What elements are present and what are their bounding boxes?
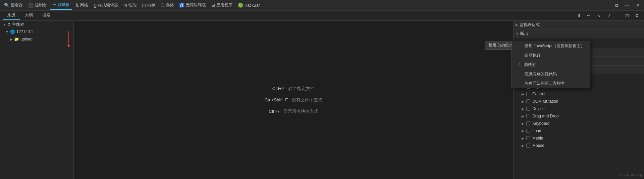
event-type-checkbox[interactable] [526, 121, 530, 125]
shortcut-show-all: Ctrl+/ 显示所有快捷方式 [269, 108, 318, 114]
step-into-btn[interactable]: ↘ [594, 11, 603, 20]
more-button[interactable]: ⋯ [623, 1, 632, 10]
watch-chevron: ▶ [516, 23, 518, 27]
tab-search[interactable]: 搜索 [38, 11, 55, 20]
event-expand-icon: ▶ [522, 144, 524, 148]
menu-disable-js-reload[interactable]: 禁用 JavaScript（需要刷新页面） [512, 41, 590, 51]
shortcut-find-all: Ctrl+Shift+F 所有文件中查找 [265, 97, 322, 103]
hackbar-icon: 🟢 [238, 3, 243, 8]
expand-icon: ▼ [3, 23, 6, 26]
event-type-checkbox[interactable] [526, 114, 530, 118]
menu-hide-known-sources[interactable]: 隐藏忽略的源代码 [512, 69, 590, 79]
event-expand-icon: ▶ [522, 92, 524, 96]
toolbar-hackbar[interactable]: 🟢 HackBar [235, 1, 263, 9]
toolbar-inspector[interactable]: 🔍 查看器 [1, 1, 25, 9]
toolbar-storage[interactable]: ⬡ 存储 [158, 1, 176, 9]
toolbar-performance[interactable]: ◷ 性能 [121, 1, 139, 9]
event-expand-icon: ▶ [522, 122, 524, 125]
event-expand-icon: ▶ [522, 114, 524, 118]
inspector-icon: 🔍 [4, 3, 9, 8]
accessibility-icon: ♿ [179, 3, 184, 8]
toolbar-console[interactable]: ⬛ 控制台 [25, 1, 50, 9]
event-type-checkbox[interactable] [526, 136, 530, 140]
network-icon: ⇅ [75, 3, 79, 8]
watermark: CSDN @7lg3g [620, 173, 642, 177]
style-editor-icon: {} [94, 3, 97, 8]
tree-upload-folder[interactable]: ▶ 📁 upload [0, 35, 73, 43]
event-expand-icon: ▶ [522, 137, 524, 140]
event-type-item[interactable]: ▶ Mouse [514, 142, 644, 149]
tree-127-host[interactable]: ▼ 🌐 127.0.0.1 [0, 28, 73, 35]
event-expand-icon: ▶ [522, 129, 524, 133]
sec-bar-right: ⏸ ↩ ↘ ↗ ⊡ ⚙ [574, 11, 641, 20]
applications-icon: ⊞ [211, 3, 215, 8]
section-breakpoints[interactable]: ▼ 断点 [514, 29, 644, 38]
split-view-btn[interactable]: ⊡ [623, 11, 631, 20]
tree-main-thread[interactable]: ▼ ⚙ 主线程 [0, 21, 73, 28]
event-expand-icon: ▶ [522, 100, 524, 103]
event-type-item[interactable]: ▶ DOM Mutation [514, 98, 644, 105]
shortcut-goto-file: Ctrl+P 转至指定文件 [272, 86, 315, 92]
context-menu: 禁用 JavaScript（需要刷新页面） 自动执行 源映射 隐藏忽略的源代码 … [512, 41, 590, 88]
toolbar-style-editor[interactable]: {} 样式编辑器 [91, 1, 121, 9]
event-expand-icon: ▶ [522, 107, 524, 111]
bp-chevron: ▼ [516, 32, 519, 35]
close-devtools-button[interactable]: ✕ [633, 1, 643, 10]
globe-icon: 🌐 [10, 29, 15, 34]
toolbar-accessibility[interactable]: ♿ 无障碍环境 [176, 1, 209, 9]
center-panel: Ctrl+P 转至指定文件 Ctrl+Shift+F 所有文件中查找 Ctrl+… [74, 21, 513, 179]
event-type-checkbox[interactable] [526, 144, 530, 148]
menu-ignore-third-party[interactable]: 忽略已知的第三方脚本 [512, 79, 590, 88]
event-type-item[interactable]: ▶ Keyboard [514, 120, 644, 127]
event-type-checkbox[interactable] [526, 129, 530, 133]
tab-outline[interactable]: 大纲 [20, 11, 38, 20]
toolbar-memory[interactable]: ◫ 内存 [139, 1, 158, 9]
event-type-checkbox[interactable] [526, 92, 530, 96]
undock-button[interactable]: ⧉ [612, 1, 621, 10]
folder-icon: 📁 [14, 37, 19, 41]
event-type-checkbox[interactable] [526, 107, 530, 111]
folder-expand-icon: ▶ [10, 37, 13, 41]
toolbar-debugger[interactable]: ▭ 调试器 [50, 1, 72, 10]
event-type-item[interactable]: ▶ Device [514, 105, 644, 112]
performance-icon: ◷ [123, 3, 127, 8]
event-type-item[interactable]: ▶ Control [514, 90, 644, 98]
menu-auto-exec[interactable]: 自动执行 [512, 51, 590, 60]
tab-sources[interactable]: 来源 [3, 11, 20, 20]
menu-source-map[interactable]: 源映射 [512, 60, 590, 69]
thread-icon: ⚙ [7, 22, 11, 27]
section-watch[interactable]: ▶ 监视表达式 [514, 21, 644, 29]
event-type-item[interactable]: ▶ Load [514, 127, 644, 135]
toolbar-applications[interactable]: ⊞ 应用程序 [209, 1, 235, 9]
memory-icon: ◫ [142, 3, 146, 8]
event-type-checkbox[interactable] [526, 99, 530, 103]
top-toolbar: 🔍 查看器 ⬛ 控制台 ▭ 调试器 ⇅ 网络 {} 样式编辑器 ◷ 性能 ◫ 内… [0, 0, 644, 11]
event-type-item[interactable]: ▶ Drag and Drop [514, 112, 644, 120]
host-expand-icon: ▼ [5, 30, 9, 34]
step-over-btn[interactable]: ↩ [584, 11, 593, 20]
toolbar-network[interactable]: ⇅ 网络 [72, 1, 91, 9]
pause-btn[interactable]: ⏸ [574, 11, 583, 20]
debugger-icon: ▭ [52, 2, 56, 7]
settings-btn[interactable]: ⚙ [633, 11, 641, 20]
console-icon: ⬛ [28, 3, 34, 8]
main-layout: ▼ ⚙ 主线程 ▼ 🌐 127.0.0.1 ▶ 📁 upload Ctrl+P … [0, 21, 644, 179]
secondary-toolbar: 来源 大纲 搜索 ⏸ ↩ ↘ ↗ ⊡ ⚙ [0, 11, 644, 21]
step-out-btn[interactable]: ↗ [604, 11, 613, 20]
event-type-item[interactable]: ▶ Media [514, 135, 644, 142]
left-panel: ▼ ⚙ 主线程 ▼ 🌐 127.0.0.1 ▶ 📁 upload [0, 21, 74, 179]
top-bar-right-actions: ⧉ ⋯ ✕ [612, 1, 643, 10]
storage-icon: ⬡ [161, 3, 164, 8]
